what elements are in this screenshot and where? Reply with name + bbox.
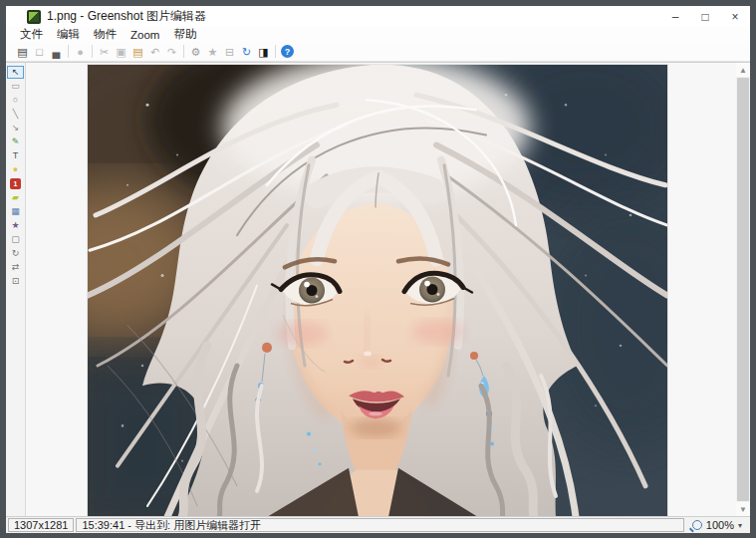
image-canvas[interactable] <box>88 65 667 516</box>
highlight-tool[interactable]: ▰ <box>7 191 24 204</box>
toolbar-separator <box>275 45 276 58</box>
undo-icon[interactable]: ↶ <box>146 44 163 60</box>
paste-icon[interactable]: ▤ <box>129 44 146 60</box>
zoom-caret-icon: ▾ <box>738 521 742 530</box>
image-dimensions: 1307x1281 <box>8 518 74 532</box>
portrait-image <box>88 65 667 516</box>
speechbubble-tool[interactable]: ● <box>7 163 24 176</box>
maximize-button[interactable]: □ <box>690 6 720 27</box>
greenshot-editor-window: 1.png - Greenshot 图片编辑器 –□× 文件编辑物件Zoom帮助… <box>6 6 750 533</box>
toolbar-separator <box>183 45 184 58</box>
delete-icon[interactable]: ● <box>72 44 89 60</box>
vertical-scrollbar[interactable]: ▲ ▼ <box>736 63 750 516</box>
greenshot-logo-icon <box>27 10 41 24</box>
minimize-button[interactable]: – <box>660 6 690 27</box>
magnifier-icon <box>692 520 702 530</box>
rotate-tool[interactable]: ↻ <box>7 247 24 260</box>
menu-help[interactable]: 帮助 <box>166 27 203 42</box>
zoom-control[interactable]: 100% ▾ <box>684 518 748 532</box>
rectangle-tool[interactable]: ▭ <box>7 80 24 93</box>
tool-panel: ↖▭○╲↘✎T●1▰▦★▢↻⇄⊡ <box>6 63 26 516</box>
status-bar: 1307x1281 15:39:41 - 导出到: 用图片编辑器打开 100% … <box>6 516 750 533</box>
scroll-up-arrow-icon[interactable]: ▲ <box>736 63 750 77</box>
crop-tool[interactable]: ▢ <box>7 233 24 246</box>
toolbar: ▤□▄●✂▣▤↶↷⚙★⊟↻◨? <box>6 42 750 62</box>
duplicate-icon[interactable]: ▣ <box>113 44 129 60</box>
resize-tool[interactable]: ⊡ <box>7 275 24 288</box>
text-tool[interactable]: T <box>7 149 24 162</box>
effects-icon[interactable]: ★ <box>204 44 221 60</box>
ellipse-tool[interactable]: ○ <box>7 94 24 107</box>
obfuscate-tool[interactable]: ▦ <box>7 205 24 218</box>
counter-tool[interactable]: 1 <box>10 178 21 189</box>
flip-tool[interactable]: ⇄ <box>7 261 24 274</box>
zoom-level: 100% <box>706 519 734 531</box>
arrow-tool[interactable]: ↘ <box>7 122 24 134</box>
editor-main: ↖▭○╲↘✎T●1▰▦★▢↻⇄⊡ <box>6 62 750 516</box>
menu-bar: 文件编辑物件Zoom帮助 <box>6 27 750 42</box>
scroll-down-arrow-icon[interactable]: ▼ <box>736 502 750 516</box>
scrollbar-thumb[interactable] <box>737 78 749 501</box>
close-button[interactable]: × <box>720 6 750 27</box>
border-effect-icon[interactable]: ⊟ <box>221 44 238 60</box>
save-icon[interactable]: ▤ <box>14 44 31 60</box>
settings-icon[interactable]: ⚙ <box>187 44 204 60</box>
invert-icon[interactable]: ◨ <box>255 44 272 60</box>
line-tool[interactable]: ╲ <box>7 108 24 121</box>
cut-icon[interactable]: ✂ <box>96 44 113 60</box>
toolbar-separator <box>92 45 93 58</box>
menu-file[interactable]: 文件 <box>13 27 50 42</box>
print-icon[interactable]: ▄ <box>48 44 65 60</box>
help-icon[interactable]: ? <box>281 45 294 58</box>
freehand-tool[interactable]: ✎ <box>7 135 24 148</box>
menu-zoom[interactable]: Zoom <box>124 29 166 41</box>
image-effects-tool[interactable]: ★ <box>7 219 24 232</box>
window-title: 1.png - Greenshot 图片编辑器 <box>47 8 206 25</box>
cursor-tool[interactable]: ↖ <box>7 66 24 79</box>
toolbar-separator <box>68 45 69 58</box>
window-controls: –□× <box>660 6 750 27</box>
menu-edit[interactable]: 编辑 <box>50 27 87 42</box>
window-frame: 1.png - Greenshot 图片编辑器 –□× 文件编辑物件Zoom帮助… <box>0 0 756 538</box>
redo-icon[interactable]: ↷ <box>163 44 180 60</box>
status-message: 15:39:41 - 导出到: 用图片编辑器打开 <box>76 518 683 532</box>
refresh-icon[interactable]: ↻ <box>238 44 255 60</box>
copy-image-icon[interactable]: □ <box>31 44 48 60</box>
canvas-area[interactable] <box>26 63 736 516</box>
title-bar[interactable]: 1.png - Greenshot 图片编辑器 –□× <box>6 6 750 27</box>
menu-object[interactable]: 物件 <box>87 27 124 42</box>
